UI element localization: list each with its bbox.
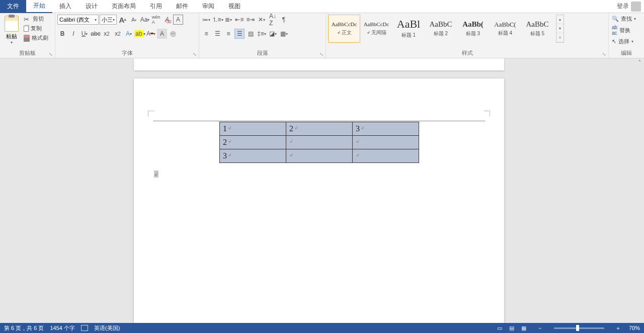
- table-cell[interactable]: ↲: [286, 149, 353, 163]
- style-item-1[interactable]: AaBbCcDc↲无间隔: [360, 15, 392, 43]
- zoom-slider[interactable]: [554, 327, 604, 329]
- strikethrough-button[interactable]: abc: [91, 29, 101, 39]
- style-item-4[interactable]: AaBb(标题 3: [457, 15, 489, 43]
- tab-review[interactable]: 审阅: [195, 0, 221, 13]
- format-painter-button[interactable]: 格式刷: [23, 34, 49, 42]
- highlight-button[interactable]: ab▾: [135, 29, 145, 39]
- cell-mark-icon: ↲: [228, 139, 232, 144]
- show-marks-button[interactable]: ¶: [279, 15, 289, 25]
- grow-font-button[interactable]: A▴: [118, 15, 128, 25]
- login-area[interactable]: 登录: [614, 2, 644, 12]
- dialog-launcher-icon[interactable]: ⤡: [49, 52, 54, 57]
- style-name-label: 标题 3: [466, 30, 480, 37]
- tab-design[interactable]: 设计: [78, 0, 105, 13]
- group-label-paragraph: 段落: [201, 48, 324, 58]
- char-shading-button[interactable]: A: [157, 29, 167, 39]
- underline-button[interactable]: U▾: [79, 29, 90, 39]
- spellcheck-icon[interactable]: [81, 325, 88, 331]
- styles-down-button[interactable]: ▾: [556, 24, 564, 33]
- style-preview: AaBl: [397, 19, 420, 30]
- status-page[interactable]: 第 6 页，共 6 页: [4, 324, 44, 332]
- distribute-button[interactable]: ▤: [246, 29, 256, 39]
- find-button[interactable]: 🔍查找▾: [611, 15, 637, 23]
- group-paragraph: ≔▾ ⒈≡▾ ≣▾ ⇤≡ ≡⇥ ✕▾ A↓Z ¶ ≡ ☰ ≡ ☰ ▤ ‡≡▾ ◪…: [199, 13, 326, 58]
- align-center-button[interactable]: ☰: [212, 29, 222, 39]
- table-cell[interactable]: ↲: [286, 136, 353, 149]
- shrink-font-button[interactable]: A▾: [129, 15, 139, 25]
- align-right-button[interactable]: ≡: [223, 29, 233, 39]
- style-preview: AaBbCcDc: [332, 22, 357, 27]
- tab-insert[interactable]: 插入: [52, 0, 78, 13]
- tab-mailings[interactable]: 邮件: [169, 0, 195, 13]
- avatar-icon: [631, 2, 641, 12]
- change-case-button[interactable]: Aa▾: [140, 15, 150, 25]
- enclose-char-button[interactable]: ㊕: [168, 29, 178, 39]
- table-cell[interactable]: 3↲: [353, 122, 419, 136]
- style-item-2[interactable]: AaBl标题 1: [392, 15, 425, 43]
- read-mode-button[interactable]: ▭: [494, 324, 505, 332]
- table-cell[interactable]: 2↲: [220, 136, 286, 149]
- indent-increase-button[interactable]: ≡⇥: [246, 15, 256, 25]
- status-language[interactable]: 英语(美国): [94, 324, 120, 332]
- cut-button[interactable]: ✂剪切: [23, 15, 49, 23]
- dialog-launcher-icon[interactable]: ⤡: [193, 52, 198, 57]
- table-cell[interactable]: 2↲: [286, 122, 353, 136]
- superscript-button[interactable]: x2: [113, 29, 123, 39]
- clear-format-button[interactable]: A⌫: [162, 15, 172, 25]
- sort-button[interactable]: A↓Z: [268, 15, 278, 25]
- page-previous-bottom: [134, 58, 504, 70]
- align-justify-button[interactable]: ☰: [234, 29, 245, 39]
- dialog-launcher-icon[interactable]: ⤡: [319, 52, 325, 57]
- shading-button[interactable]: ◪▾: [268, 29, 278, 39]
- numbering-button[interactable]: ⒈≡▾: [212, 15, 222, 25]
- font-color-button[interactable]: A▾: [146, 29, 156, 39]
- align-left-button[interactable]: ≡: [201, 29, 211, 39]
- font-name-combo[interactable]: Calibri (西文▾: [57, 15, 99, 25]
- tab-references[interactable]: 引用: [143, 0, 169, 13]
- paste-button[interactable]: 粘贴 ▾: [2, 15, 21, 46]
- tab-home[interactable]: 开始: [26, 0, 52, 13]
- char-border-button[interactable]: A: [173, 15, 183, 25]
- tab-file[interactable]: 文件: [0, 0, 26, 13]
- subscript-button[interactable]: x2: [102, 29, 112, 39]
- style-item-3[interactable]: AaBbC标题 2: [425, 15, 457, 43]
- tab-layout[interactable]: 页面布局: [105, 0, 143, 13]
- italic-button[interactable]: I: [68, 29, 78, 39]
- zoom-slider-handle[interactable]: [576, 325, 579, 331]
- dialog-launcher-icon[interactable]: ⤡: [602, 52, 607, 57]
- document-table[interactable]: 1↲2↲3↲2↲↲↲3↲↲↲: [219, 122, 419, 163]
- table-cell[interactable]: ↲: [353, 136, 419, 149]
- line-spacing-button[interactable]: ‡≡▾: [257, 29, 267, 39]
- font-size-combo[interactable]: 小三▾: [100, 15, 117, 25]
- status-word-count[interactable]: 1454 个字: [50, 324, 75, 332]
- styles-up-button[interactable]: ▴: [556, 15, 564, 24]
- print-layout-button[interactable]: ▤: [506, 324, 517, 332]
- bold-button[interactable]: B: [57, 29, 67, 39]
- table-cell[interactable]: ↲: [353, 149, 419, 163]
- copy-button[interactable]: 复制: [23, 24, 49, 33]
- style-item-5[interactable]: AaBbC(标题 4: [489, 15, 521, 43]
- select-button[interactable]: ↖选择▾: [611, 37, 637, 46]
- text-effects-button[interactable]: A▾: [124, 29, 134, 39]
- borders-button[interactable]: ▦▾: [279, 29, 289, 39]
- zoom-out-button[interactable]: －: [535, 324, 545, 332]
- replace-button[interactable]: abac替换: [611, 24, 637, 36]
- phonetic-guide-button[interactable]: wénA: [151, 15, 161, 25]
- style-item-0[interactable]: AaBbCcDc↲正文: [328, 15, 360, 43]
- collapse-ribbon-button[interactable]: ˄: [636, 58, 643, 66]
- zoom-in-button[interactable]: ＋: [613, 324, 623, 332]
- styles-more-button[interactable]: ▿: [556, 33, 564, 42]
- style-item-6[interactable]: AaBbC标题 5: [521, 15, 553, 43]
- zoom-level[interactable]: 70%: [629, 325, 640, 331]
- tab-view[interactable]: 视图: [221, 0, 248, 13]
- table-cell[interactable]: 1↲: [220, 122, 286, 136]
- web-layout-button[interactable]: ▦: [518, 324, 529, 332]
- indent-decrease-button[interactable]: ⇤≡: [234, 15, 245, 25]
- asian-layout-button[interactable]: ✕▾: [257, 15, 267, 25]
- multilevel-list-button[interactable]: ≣▾: [223, 15, 233, 25]
- page[interactable]: 1↲2↲3↲2↲↲↲3↲↲↲: [134, 78, 504, 323]
- bullets-button[interactable]: ≔▾: [201, 15, 211, 25]
- table-cell[interactable]: 3↲: [220, 149, 286, 163]
- cell-mark-icon: ↲: [356, 152, 360, 157]
- style-name-label: ↲正文: [337, 29, 352, 36]
